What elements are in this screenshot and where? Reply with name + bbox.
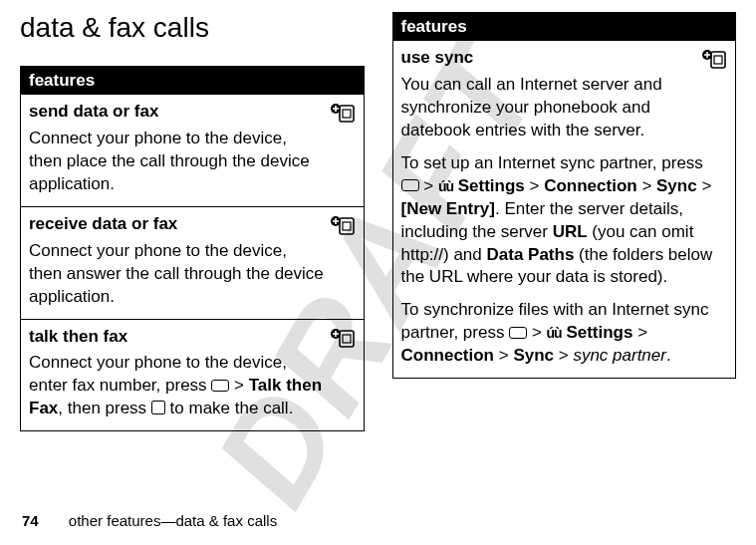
footer-breadcrumb: other features—data & fax calls: [69, 512, 277, 529]
menu-path: [New Entry]: [401, 199, 495, 218]
paragraph: To set up an Internet sync partner, pres…: [401, 152, 724, 290]
text: >: [525, 176, 544, 195]
text: >: [229, 376, 248, 395]
paragraph: To synchronize files with an Internet sy…: [401, 299, 724, 368]
menu-key-icon: [401, 179, 419, 191]
page-content: data & fax calls features send data or f…: [0, 0, 756, 545]
svg-rect-13: [340, 331, 354, 347]
sim-plus-icon: [330, 328, 356, 355]
text: >: [554, 346, 573, 365]
row-body: Connect your phone to the device, enter …: [29, 352, 356, 420]
table-header: features: [21, 67, 365, 96]
right-features-table: features use sync You can call an: [392, 12, 737, 379]
tools-icon: úù: [547, 324, 562, 343]
page-number: 74: [22, 512, 39, 529]
row-title: use sync: [401, 47, 728, 70]
row-body: Connect your phone to the device, then a…: [29, 240, 356, 309]
row-body: You can call an Internet server and sync…: [401, 74, 728, 368]
paragraph: You can call an Internet server and sync…: [401, 74, 724, 142]
tools-icon: úù: [438, 177, 453, 196]
svg-rect-14: [343, 335, 351, 343]
send-key-icon: [151, 401, 165, 414]
row-title: talk then fax: [29, 326, 356, 349]
menu-path: Sync: [513, 346, 554, 365]
feature-row: send data or fax Connect your phone to t…: [21, 95, 365, 206]
inline-bold: URL: [553, 222, 588, 241]
text: >: [419, 176, 438, 195]
text: >: [527, 323, 546, 342]
menu-path: Connection: [401, 346, 495, 365]
feature-row: receive data or fax Connect your phone t…: [21, 206, 365, 319]
svg-rect-18: [711, 52, 725, 68]
menu-key-icon: [211, 380, 229, 392]
row-title: receive data or fax: [29, 213, 356, 236]
menu-path: Settings: [566, 323, 632, 342]
text: , then press: [58, 399, 151, 417]
sim-plus-icon: [330, 215, 356, 242]
text: >: [632, 323, 647, 342]
menu-path: Settings: [458, 176, 525, 195]
text: >: [637, 176, 656, 195]
text: to make the call.: [165, 399, 294, 417]
menu-path: Sync: [656, 176, 697, 195]
table-header: features: [392, 13, 736, 42]
row-body: Connect your phone to the device, then p…: [29, 128, 356, 196]
variable-text: sync partner: [573, 346, 666, 365]
svg-rect-9: [343, 222, 351, 230]
inline-bold: Data Paths: [487, 245, 575, 264]
text: .: [666, 346, 671, 365]
menu-path: Connection: [544, 176, 637, 195]
section-title: data & fax calls: [20, 12, 365, 44]
page-footer: 74 other features—data & fax calls: [22, 512, 277, 529]
left-column: data & fax calls features send data or f…: [20, 12, 365, 431]
svg-rect-19: [714, 56, 722, 64]
svg-rect-8: [340, 218, 354, 234]
row-title: send data or fax: [29, 101, 356, 124]
sim-plus-icon: [330, 103, 356, 130]
feature-row: talk then fax Connect your phone to the …: [21, 319, 365, 431]
left-features-table: features send data or fax Connect your p…: [20, 66, 365, 431]
sim-plus-icon: [701, 49, 727, 76]
feature-row: use sync You can call an Internet server…: [392, 41, 736, 379]
svg-rect-4: [343, 110, 351, 118]
right-column: features use sync You can call an: [392, 12, 737, 431]
text: >: [494, 346, 513, 365]
text: >: [697, 176, 712, 195]
text: To set up an Internet sync partner, pres…: [401, 153, 703, 172]
svg-rect-3: [340, 106, 354, 122]
menu-key-icon: [509, 327, 527, 339]
